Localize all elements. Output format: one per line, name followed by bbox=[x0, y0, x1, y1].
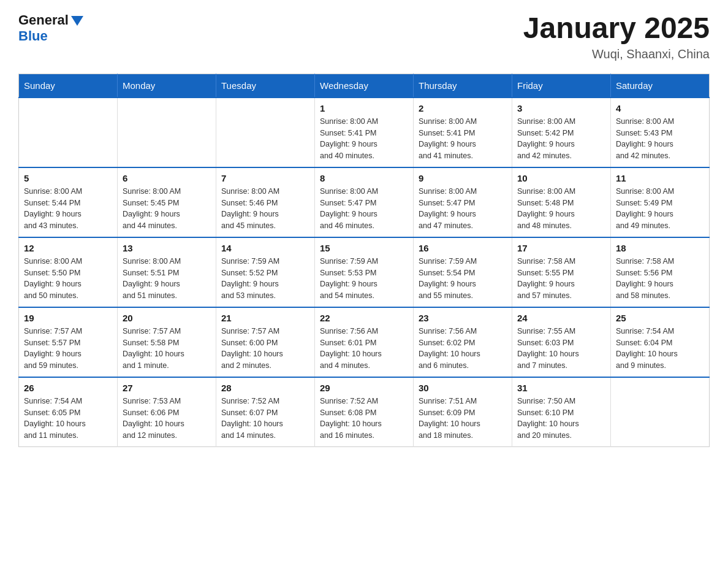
logo: General Blue bbox=[18, 12, 83, 45]
calendar-week-row: 5Sunrise: 8:00 AMSunset: 5:44 PMDaylight… bbox=[19, 167, 710, 237]
day-number: 21 bbox=[221, 313, 309, 323]
day-info: Sunrise: 8:00 AMSunset: 5:46 PMDaylight:… bbox=[221, 186, 309, 232]
day-number: 4 bbox=[616, 103, 704, 113]
calendar-day-cell: 12Sunrise: 8:00 AMSunset: 5:50 PMDayligh… bbox=[19, 237, 118, 307]
calendar-week-row: 12Sunrise: 8:00 AMSunset: 5:50 PMDayligh… bbox=[19, 237, 710, 307]
calendar-header-cell: Saturday bbox=[611, 74, 710, 98]
day-number: 5 bbox=[24, 173, 112, 183]
calendar-header-cell: Thursday bbox=[414, 74, 512, 98]
day-info: Sunrise: 7:57 AMSunset: 6:00 PMDaylight:… bbox=[221, 326, 309, 372]
day-info: Sunrise: 7:56 AMSunset: 6:02 PMDaylight:… bbox=[419, 326, 507, 372]
day-info: Sunrise: 8:00 AMSunset: 5:48 PMDaylight:… bbox=[517, 186, 605, 232]
calendar-day-cell: 19Sunrise: 7:57 AMSunset: 5:57 PMDayligh… bbox=[19, 307, 118, 377]
calendar-day-cell: 13Sunrise: 8:00 AMSunset: 5:51 PMDayligh… bbox=[118, 237, 216, 307]
day-number: 9 bbox=[419, 173, 507, 183]
day-info: Sunrise: 8:00 AMSunset: 5:47 PMDaylight:… bbox=[320, 186, 408, 232]
logo-triangle-icon bbox=[71, 16, 83, 26]
location-subtitle: Wuqi, Shaanxi, China bbox=[523, 47, 710, 61]
calendar-day-cell: 2Sunrise: 8:00 AMSunset: 5:41 PMDaylight… bbox=[414, 98, 512, 167]
calendar-header-cell: Sunday bbox=[19, 74, 118, 98]
calendar-day-cell bbox=[118, 98, 216, 167]
day-info: Sunrise: 7:52 AMSunset: 6:08 PMDaylight:… bbox=[320, 396, 408, 442]
day-number: 23 bbox=[419, 313, 507, 323]
calendar-day-cell: 24Sunrise: 7:55 AMSunset: 6:03 PMDayligh… bbox=[512, 307, 611, 377]
calendar-day-cell: 9Sunrise: 8:00 AMSunset: 5:47 PMDaylight… bbox=[414, 167, 512, 237]
calendar-day-cell: 31Sunrise: 7:50 AMSunset: 6:10 PMDayligh… bbox=[512, 377, 611, 447]
day-number: 18 bbox=[616, 243, 704, 253]
calendar-day-cell: 29Sunrise: 7:52 AMSunset: 6:08 PMDayligh… bbox=[315, 377, 414, 447]
calendar-day-cell: 5Sunrise: 8:00 AMSunset: 5:44 PMDaylight… bbox=[19, 167, 118, 237]
day-info: Sunrise: 7:54 AMSunset: 6:04 PMDaylight:… bbox=[616, 326, 704, 372]
page-header: General Blue January 2025 Wuqi, Shaanxi,… bbox=[18, 12, 710, 61]
logo-blue: Blue bbox=[18, 28, 48, 44]
day-info: Sunrise: 8:00 AMSunset: 5:41 PMDaylight:… bbox=[419, 116, 507, 162]
day-info: Sunrise: 8:00 AMSunset: 5:51 PMDaylight:… bbox=[123, 256, 211, 302]
day-number: 14 bbox=[221, 243, 309, 253]
day-info: Sunrise: 8:00 AMSunset: 5:43 PMDaylight:… bbox=[616, 116, 704, 162]
month-title: January 2025 bbox=[523, 12, 710, 45]
calendar-day-cell: 1Sunrise: 8:00 AMSunset: 5:41 PMDaylight… bbox=[315, 98, 414, 167]
day-number: 8 bbox=[320, 173, 408, 183]
day-info: Sunrise: 8:00 AMSunset: 5:41 PMDaylight:… bbox=[320, 116, 408, 162]
calendar-day-cell: 18Sunrise: 7:58 AMSunset: 5:56 PMDayligh… bbox=[611, 237, 710, 307]
day-number: 22 bbox=[320, 313, 408, 323]
day-info: Sunrise: 7:56 AMSunset: 6:01 PMDaylight:… bbox=[320, 326, 408, 372]
calendar-header-cell: Friday bbox=[512, 74, 611, 98]
calendar-day-cell: 14Sunrise: 7:59 AMSunset: 5:52 PMDayligh… bbox=[216, 237, 315, 307]
day-info: Sunrise: 7:57 AMSunset: 5:57 PMDaylight:… bbox=[24, 326, 112, 372]
day-number: 17 bbox=[517, 243, 605, 253]
calendar-day-cell: 4Sunrise: 8:00 AMSunset: 5:43 PMDaylight… bbox=[611, 98, 710, 167]
day-number: 20 bbox=[123, 313, 211, 323]
day-number: 2 bbox=[419, 103, 507, 113]
calendar-header-cell: Monday bbox=[118, 74, 216, 98]
calendar-day-cell: 25Sunrise: 7:54 AMSunset: 6:04 PMDayligh… bbox=[611, 307, 710, 377]
calendar-day-cell: 8Sunrise: 8:00 AMSunset: 5:47 PMDaylight… bbox=[315, 167, 414, 237]
calendar-week-row: 26Sunrise: 7:54 AMSunset: 6:05 PMDayligh… bbox=[19, 377, 710, 447]
day-info: Sunrise: 7:59 AMSunset: 5:54 PMDaylight:… bbox=[419, 256, 507, 302]
day-info: Sunrise: 7:52 AMSunset: 6:07 PMDaylight:… bbox=[221, 396, 309, 442]
day-info: Sunrise: 7:58 AMSunset: 5:55 PMDaylight:… bbox=[517, 256, 605, 302]
day-number: 6 bbox=[123, 173, 211, 183]
calendar-day-cell: 30Sunrise: 7:51 AMSunset: 6:09 PMDayligh… bbox=[414, 377, 512, 447]
calendar-week-row: 1Sunrise: 8:00 AMSunset: 5:41 PMDaylight… bbox=[19, 98, 710, 167]
day-info: Sunrise: 7:59 AMSunset: 5:53 PMDaylight:… bbox=[320, 256, 408, 302]
day-number: 13 bbox=[123, 243, 211, 253]
day-number: 3 bbox=[517, 103, 605, 113]
calendar-day-cell bbox=[611, 377, 710, 447]
calendar-day-cell: 23Sunrise: 7:56 AMSunset: 6:02 PMDayligh… bbox=[414, 307, 512, 377]
day-info: Sunrise: 7:51 AMSunset: 6:09 PMDaylight:… bbox=[419, 396, 507, 442]
day-info: Sunrise: 7:54 AMSunset: 6:05 PMDaylight:… bbox=[24, 396, 112, 442]
day-number: 24 bbox=[517, 313, 605, 323]
calendar-day-cell: 15Sunrise: 7:59 AMSunset: 5:53 PMDayligh… bbox=[315, 237, 414, 307]
day-number: 12 bbox=[24, 243, 112, 253]
calendar-day-cell: 20Sunrise: 7:57 AMSunset: 5:58 PMDayligh… bbox=[118, 307, 216, 377]
day-info: Sunrise: 7:53 AMSunset: 6:06 PMDaylight:… bbox=[123, 396, 211, 442]
calendar-header-row: SundayMondayTuesdayWednesdayThursdayFrid… bbox=[19, 74, 710, 98]
calendar-header-cell: Tuesday bbox=[216, 74, 315, 98]
day-number: 28 bbox=[221, 383, 309, 393]
day-number: 26 bbox=[24, 383, 112, 393]
calendar-body: 1Sunrise: 8:00 AMSunset: 5:41 PMDaylight… bbox=[19, 98, 710, 447]
day-number: 30 bbox=[419, 383, 507, 393]
calendar-day-cell: 21Sunrise: 7:57 AMSunset: 6:00 PMDayligh… bbox=[216, 307, 315, 377]
calendar-day-cell: 16Sunrise: 7:59 AMSunset: 5:54 PMDayligh… bbox=[414, 237, 512, 307]
calendar-day-cell: 26Sunrise: 7:54 AMSunset: 6:05 PMDayligh… bbox=[19, 377, 118, 447]
calendar-day-cell: 7Sunrise: 8:00 AMSunset: 5:46 PMDaylight… bbox=[216, 167, 315, 237]
day-number: 29 bbox=[320, 383, 408, 393]
day-info: Sunrise: 8:00 AMSunset: 5:50 PMDaylight:… bbox=[24, 256, 112, 302]
day-number: 10 bbox=[517, 173, 605, 183]
calendar-day-cell bbox=[19, 98, 118, 167]
day-number: 16 bbox=[419, 243, 507, 253]
calendar-day-cell: 6Sunrise: 8:00 AMSunset: 5:45 PMDaylight… bbox=[118, 167, 216, 237]
day-info: Sunrise: 8:00 AMSunset: 5:47 PMDaylight:… bbox=[419, 186, 507, 232]
logo-general: General bbox=[18, 12, 69, 28]
calendar-day-cell: 28Sunrise: 7:52 AMSunset: 6:07 PMDayligh… bbox=[216, 377, 315, 447]
calendar-day-cell bbox=[216, 98, 315, 167]
day-info: Sunrise: 7:57 AMSunset: 5:58 PMDaylight:… bbox=[123, 326, 211, 372]
calendar-header: SundayMondayTuesdayWednesdayThursdayFrid… bbox=[19, 74, 710, 98]
day-info: Sunrise: 8:00 AMSunset: 5:49 PMDaylight:… bbox=[616, 186, 704, 232]
day-info: Sunrise: 7:55 AMSunset: 6:03 PMDaylight:… bbox=[517, 326, 605, 372]
day-number: 27 bbox=[123, 383, 211, 393]
day-info: Sunrise: 8:00 AMSunset: 5:42 PMDaylight:… bbox=[517, 116, 605, 162]
day-number: 31 bbox=[517, 383, 605, 393]
